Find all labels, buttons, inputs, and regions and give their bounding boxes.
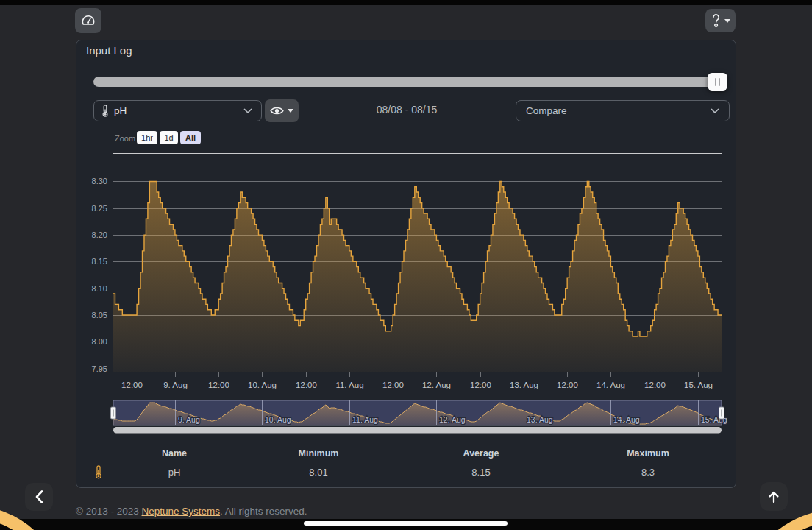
svg-text:15. Aug: 15. Aug <box>684 381 713 389</box>
col-header-maximum: Maximum <box>627 448 669 459</box>
thermometer-icon <box>95 465 103 479</box>
neptune-systems-link[interactable]: Neptune Systems <box>142 506 221 517</box>
svg-text:12:00: 12:00 <box>470 381 491 389</box>
cell-minimum: 8.01 <box>309 467 327 478</box>
svg-text:8.05: 8.05 <box>92 311 107 319</box>
svg-text:11. Aug: 11. Aug <box>335 381 363 389</box>
zoom-button-all[interactable]: All <box>180 131 201 144</box>
home-bar <box>0 519 812 530</box>
arrow-up-icon <box>766 490 781 504</box>
cell-average: 8.15 <box>471 467 490 478</box>
question-icon <box>711 14 721 28</box>
rights-text: . All rights reserved. <box>220 506 307 517</box>
svg-text:12. Aug: 12. Aug <box>439 415 466 424</box>
svg-text:14. Aug: 14. Aug <box>596 381 625 389</box>
svg-text:8.10: 8.10 <box>92 284 107 293</box>
chevron-down-icon <box>243 108 252 114</box>
stats-table-header: Name Minimum Average Maximum <box>76 445 736 462</box>
table-row[interactable]: pH 8.01 8.15 8.3 <box>76 463 736 481</box>
svg-text:13. Aug: 13. Aug <box>527 415 553 424</box>
copyright-text: © 2013 - 2023 <box>76 506 142 517</box>
svg-text:8.00: 8.00 <box>92 337 107 346</box>
svg-text:8.20: 8.20 <box>92 230 107 239</box>
svg-text:13. Aug: 13. Aug <box>510 381 538 389</box>
caret-down-icon <box>724 19 730 23</box>
zoom-button-1d[interactable]: 1d <box>160 131 178 144</box>
scroll-to-top-button[interactable] <box>760 482 788 511</box>
svg-text:12:00: 12:00 <box>208 381 229 389</box>
ph-series-area <box>113 182 722 373</box>
status-bar <box>0 0 812 5</box>
svg-text:9. Aug: 9. Aug <box>178 415 200 424</box>
svg-text:12:00: 12:00 <box>296 381 317 389</box>
input-select[interactable]: pH <box>93 100 262 121</box>
grip-line <box>719 78 720 86</box>
home-indicator[interactable] <box>304 521 508 526</box>
card-title: Input Log <box>86 40 132 60</box>
stats-table: Name Minimum Average Maximum pH 8.01 8.1… <box>76 445 736 481</box>
cell-name: pH <box>168 467 181 478</box>
input-select-value: pH <box>114 105 127 116</box>
eye-icon <box>270 106 284 116</box>
gauge-icon <box>81 13 96 28</box>
svg-text:8.30: 8.30 <box>92 177 107 186</box>
back-button[interactable] <box>25 483 53 511</box>
svg-text:9. Aug: 9. Aug <box>163 381 188 389</box>
svg-text:12:00: 12:00 <box>382 381 404 389</box>
compare-select-placeholder: Compare <box>526 105 567 116</box>
svg-text:12:00: 12:00 <box>557 381 578 389</box>
svg-text:12:00: 12:00 <box>121 381 143 389</box>
thermometer-icon <box>102 105 109 117</box>
zoom-label: Zoom <box>115 134 135 143</box>
svg-text:12. Aug: 12. Aug <box>422 381 451 389</box>
time-range-slider-track[interactable] <box>93 77 727 87</box>
card-header: Input Log <box>76 40 736 60</box>
date-range-label: 08/08 - 08/15 <box>333 104 480 116</box>
svg-text:11. Aug: 11. Aug <box>352 415 378 424</box>
footer-copyright: © 2013 - 2023 Neptune Systems. All right… <box>76 506 307 517</box>
svg-text:10. Aug: 10. Aug <box>248 381 277 389</box>
compare-select[interactable]: Compare <box>516 100 730 121</box>
svg-text:10. Aug: 10. Aug <box>265 415 291 424</box>
ph-area-chart[interactable]: 8.308.258.208.158.108.058.007.9512:009. … <box>76 144 738 439</box>
help-button[interactable] <box>705 9 736 32</box>
svg-text:8.15: 8.15 <box>92 257 107 266</box>
dashboard-button[interactable] <box>75 8 102 33</box>
caret-down-icon <box>288 109 293 113</box>
svg-text:7.95: 7.95 <box>92 364 107 373</box>
svg-text:8.25: 8.25 <box>92 204 107 213</box>
grip-line <box>715 78 716 86</box>
col-header-average: Average <box>463 448 499 459</box>
chevron-left-icon <box>34 490 44 504</box>
visibility-button[interactable] <box>265 99 299 122</box>
input-log-card: Input Log pH 08 <box>76 40 736 488</box>
svg-text:12:00: 12:00 <box>644 381 666 389</box>
col-header-minimum: Minimum <box>299 448 339 459</box>
chevron-down-icon <box>710 108 719 114</box>
time-range-slider-handle[interactable] <box>708 73 727 91</box>
col-header-name: Name <box>162 448 187 459</box>
svg-text:14. Aug: 14. Aug <box>613 415 640 424</box>
navigator-scrollbar[interactable] <box>113 427 722 434</box>
zoom-button-1hr[interactable]: 1hr <box>137 131 157 144</box>
cell-maximum: 8.3 <box>641 467 655 478</box>
